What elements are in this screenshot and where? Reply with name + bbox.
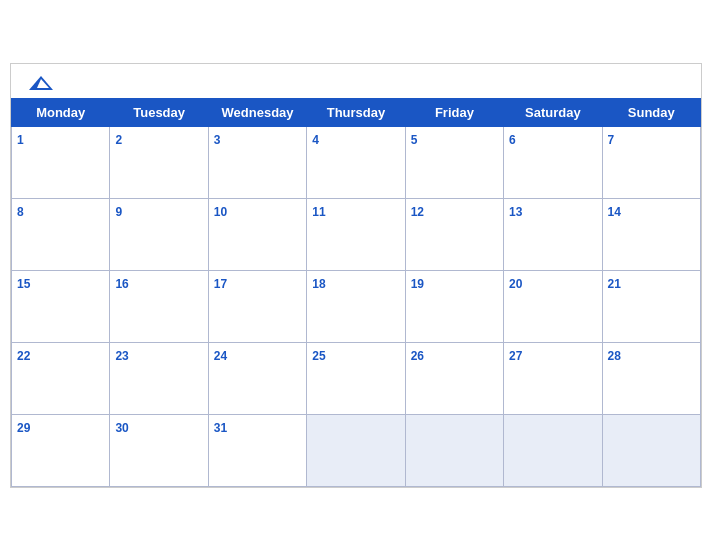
calendar-cell: 31	[208, 414, 306, 486]
day-number: 9	[115, 205, 122, 219]
calendar-cell: 20	[504, 270, 602, 342]
calendar-container: MondayTuesdayWednesdayThursdayFridaySatu…	[10, 63, 702, 488]
day-number: 31	[214, 421, 227, 435]
logo-area	[27, 74, 55, 92]
calendar-cell	[405, 414, 503, 486]
day-number: 29	[17, 421, 30, 435]
weekday-header-wednesday: Wednesday	[208, 98, 306, 126]
calendar-cell: 11	[307, 198, 405, 270]
calendar-cell: 6	[504, 126, 602, 198]
weekday-header-friday: Friday	[405, 98, 503, 126]
weekday-header-tuesday: Tuesday	[110, 98, 208, 126]
week-row-5: 293031	[12, 414, 701, 486]
logo-icon	[27, 74, 55, 92]
day-number: 21	[608, 277, 621, 291]
calendar-cell	[602, 414, 700, 486]
day-number: 26	[411, 349, 424, 363]
day-number: 20	[509, 277, 522, 291]
day-number: 7	[608, 133, 615, 147]
day-number: 12	[411, 205, 424, 219]
calendar-cell: 14	[602, 198, 700, 270]
weekday-header-sunday: Sunday	[602, 98, 700, 126]
calendar-cell: 3	[208, 126, 306, 198]
day-number: 2	[115, 133, 122, 147]
day-number: 6	[509, 133, 516, 147]
calendar-header	[11, 64, 701, 98]
calendar-cell: 16	[110, 270, 208, 342]
day-number: 19	[411, 277, 424, 291]
calendar-cell: 8	[12, 198, 110, 270]
calendar-cell: 12	[405, 198, 503, 270]
calendar-cell: 2	[110, 126, 208, 198]
day-number: 27	[509, 349, 522, 363]
calendar-cell: 17	[208, 270, 306, 342]
calendar-cell	[307, 414, 405, 486]
calendar-cell: 1	[12, 126, 110, 198]
calendar-cell: 23	[110, 342, 208, 414]
calendar-cell: 15	[12, 270, 110, 342]
weekday-header-saturday: Saturday	[504, 98, 602, 126]
day-number: 23	[115, 349, 128, 363]
day-number: 10	[214, 205, 227, 219]
calendar-cell	[504, 414, 602, 486]
calendar-cell: 4	[307, 126, 405, 198]
weekday-header-row: MondayTuesdayWednesdayThursdayFridaySatu…	[12, 98, 701, 126]
day-number: 24	[214, 349, 227, 363]
day-number: 25	[312, 349, 325, 363]
calendar-cell: 7	[602, 126, 700, 198]
week-row-1: 1234567	[12, 126, 701, 198]
day-number: 4	[312, 133, 319, 147]
calendar-cell: 19	[405, 270, 503, 342]
week-row-3: 15161718192021	[12, 270, 701, 342]
day-number: 8	[17, 205, 24, 219]
calendar-cell: 22	[12, 342, 110, 414]
calendar-table: MondayTuesdayWednesdayThursdayFridaySatu…	[11, 98, 701, 487]
calendar-cell: 26	[405, 342, 503, 414]
calendar-cell: 5	[405, 126, 503, 198]
day-number: 3	[214, 133, 221, 147]
weekday-header-monday: Monday	[12, 98, 110, 126]
week-row-2: 891011121314	[12, 198, 701, 270]
calendar-cell: 18	[307, 270, 405, 342]
day-number: 13	[509, 205, 522, 219]
week-row-4: 22232425262728	[12, 342, 701, 414]
calendar-cell: 9	[110, 198, 208, 270]
calendar-cell: 13	[504, 198, 602, 270]
day-number: 28	[608, 349, 621, 363]
day-number: 5	[411, 133, 418, 147]
calendar-cell: 21	[602, 270, 700, 342]
calendar-cell: 25	[307, 342, 405, 414]
weekday-header-thursday: Thursday	[307, 98, 405, 126]
day-number: 15	[17, 277, 30, 291]
day-number: 18	[312, 277, 325, 291]
calendar-cell: 30	[110, 414, 208, 486]
calendar-cell: 10	[208, 198, 306, 270]
day-number: 22	[17, 349, 30, 363]
day-number: 14	[608, 205, 621, 219]
calendar-cell: 29	[12, 414, 110, 486]
day-number: 16	[115, 277, 128, 291]
day-number: 1	[17, 133, 24, 147]
day-number: 11	[312, 205, 325, 219]
day-number: 17	[214, 277, 227, 291]
calendar-cell: 27	[504, 342, 602, 414]
calendar-cell: 24	[208, 342, 306, 414]
day-number: 30	[115, 421, 128, 435]
calendar-cell: 28	[602, 342, 700, 414]
